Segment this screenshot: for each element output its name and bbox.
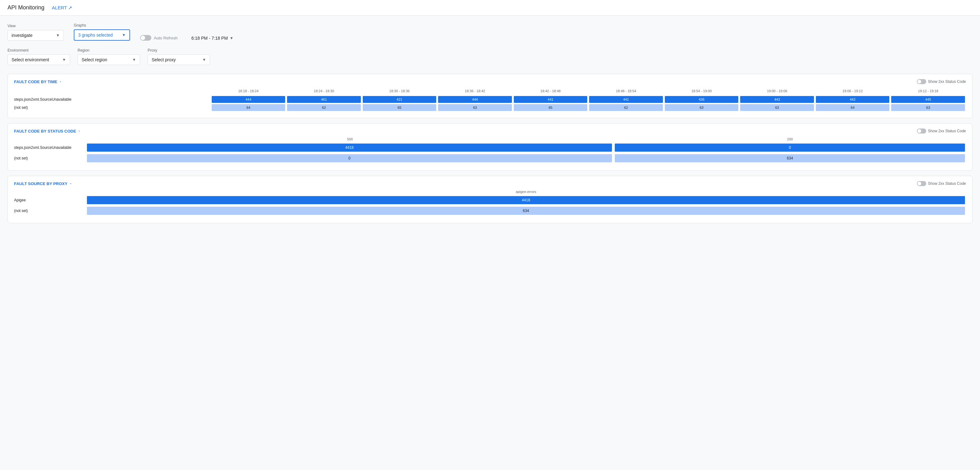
time-col-9: 19:12 - 19:18 <box>890 88 966 96</box>
show-2xx-toggle-group2: Show 2xx Status Code <box>917 129 966 134</box>
status-col-header-500: 500 <box>86 137 614 141</box>
bar-cell: 0 <box>615 143 965 152</box>
graphs-value: 3 graphs selected <box>78 32 113 38</box>
environment-dropdown[interactable]: Select environment ▼ <box>8 54 70 65</box>
region-placeholder: Select region <box>82 57 107 62</box>
view-label: View <box>8 24 64 28</box>
chevron-down-icon: ▼ <box>132 57 136 62</box>
graphs-dropdown[interactable]: 3 graphs selected ▼ <box>74 29 130 41</box>
graphs-control: Graphs 3 graphs selected ▼ <box>74 23 130 41</box>
time-col-3: 18:36 - 18:42 <box>437 88 513 96</box>
bar-cell: 634 <box>87 207 965 215</box>
table-row: steps.json2xml.SourceUnavailable 4418 0 <box>14 143 966 152</box>
table-row: (not set) 64 62 65 63 65 62 63 63 64 63 <box>14 104 966 112</box>
table-row: Apigee 4418 <box>14 196 966 205</box>
time-range-picker[interactable]: 6:18 PM - 7:18 PM ▼ <box>191 36 234 41</box>
chevron-down-icon: ▼ <box>56 33 60 38</box>
proxy-label: Proxy <box>148 48 210 53</box>
region-label: Region <box>78 48 140 53</box>
status-col-header-200: 200 <box>614 137 966 141</box>
show-2xx-toggle2[interactable] <box>917 129 926 134</box>
environment-label: Environment <box>8 48 70 53</box>
chevron-down-icon: ▼ <box>62 57 66 62</box>
show-2xx-label: Show 2xx Status Code <box>928 80 966 84</box>
time-col-6: 18:54 - 19:00 <box>664 88 740 96</box>
region-control: Region Select region ▼ <box>78 48 140 65</box>
auto-refresh-toggle[interactable] <box>140 35 151 41</box>
view-control: View investigate ▼ <box>8 24 64 41</box>
show-2xx-toggle3[interactable] <box>917 181 926 186</box>
row-label: Apigee <box>14 198 86 202</box>
proxy-placeholder: Select proxy <box>152 57 176 62</box>
time-col-7: 19:00 - 19:06 <box>739 88 815 96</box>
show-2xx-label2: Show 2xx Status Code <box>928 129 966 133</box>
environment-control: Environment Select environment ▼ <box>8 48 70 65</box>
bar-cell: 0 <box>87 154 612 162</box>
chevron-down-icon: ▼ <box>230 36 234 40</box>
export-icon[interactable]: ⬝ <box>69 182 72 186</box>
environment-placeholder: Select environment <box>11 57 49 62</box>
show-2xx-label3: Show 2xx Status Code <box>928 182 966 186</box>
bar-cell: 4418 <box>87 196 965 204</box>
row-label: (not set) <box>14 104 211 112</box>
row-label: steps.json2xml.SourceUnavailable <box>14 145 86 150</box>
section1-title: FAULT CODE BY TIME ⬝ <box>14 80 62 84</box>
table-row: (not set) 0 634 <box>14 153 966 163</box>
show-2xx-toggle-group3: Show 2xx Status Code <box>917 181 966 186</box>
time-col-1: 18:24 - 18:30 <box>286 88 362 96</box>
time-col-4: 18:42 - 18:48 <box>513 88 589 96</box>
show-2xx-toggle[interactable] <box>917 79 926 84</box>
alert-link[interactable]: ALERT ↗ <box>52 5 72 11</box>
fault-code-by-time-section: FAULT CODE BY TIME ⬝ Show 2xx Status Cod… <box>8 74 972 118</box>
view-dropdown[interactable]: investigate ▼ <box>8 30 64 41</box>
time-range-value: 6:18 PM - 7:18 PM <box>191 36 228 41</box>
auto-refresh-label: Auto Refresh <box>154 36 178 40</box>
bar-cell: 4418 <box>87 143 612 152</box>
time-col-8: 19:06 - 19:12 <box>815 88 891 96</box>
view-value: investigate <box>11 33 32 38</box>
proxy-dropdown[interactable]: Select proxy ▼ <box>148 54 210 65</box>
region-dropdown[interactable]: Select region ▼ <box>78 54 140 65</box>
row-label: steps.json2xml.SourceUnavailable <box>14 96 211 104</box>
graphs-label: Graphs <box>74 23 130 27</box>
fault-code-by-status-section: FAULT CODE BY STATUS CODE ⬝ Show 2xx Sta… <box>8 123 972 171</box>
chevron-down-icon: ▼ <box>122 33 126 37</box>
row-label: (not set) <box>14 209 86 213</box>
table-row: steps.json2xml.SourceUnavailable 444 461… <box>14 96 966 104</box>
external-link-icon: ↗ <box>68 5 72 11</box>
auto-refresh-group: Auto Refresh <box>140 35 178 41</box>
section3-title: FAULT SOURCE BY PROXY ⬝ <box>14 182 72 186</box>
row-label: (not set) <box>14 156 86 161</box>
table-row: (not set) 634 <box>14 206 966 215</box>
proxy-col-header: apigee-errors <box>86 190 966 194</box>
fault-code-time-table: 18:18 - 18:24 18:24 - 18:30 18:30 - 18:3… <box>14 88 966 112</box>
fault-source-by-proxy-section: FAULT SOURCE BY PROXY ⬝ Show 2xx Status … <box>8 176 972 223</box>
export-icon[interactable]: ⬝ <box>78 129 80 134</box>
bar-cell: 634 <box>615 154 965 162</box>
time-col-0: 18:18 - 18:24 <box>211 88 286 96</box>
export-icon[interactable]: ⬝ <box>59 80 62 84</box>
time-col-2: 18:30 - 18:36 <box>362 88 438 96</box>
alert-label: ALERT <box>52 5 67 10</box>
show-2xx-toggle-group: Show 2xx Status Code <box>917 79 966 84</box>
chevron-down-icon: ▼ <box>202 57 206 62</box>
page-title: API Monitoring <box>8 5 45 11</box>
proxy-control: Proxy Select proxy ▼ <box>148 48 210 65</box>
time-col-5: 18:48 - 18:54 <box>588 88 664 96</box>
section2-title: FAULT CODE BY STATUS CODE ⬝ <box>14 129 80 134</box>
